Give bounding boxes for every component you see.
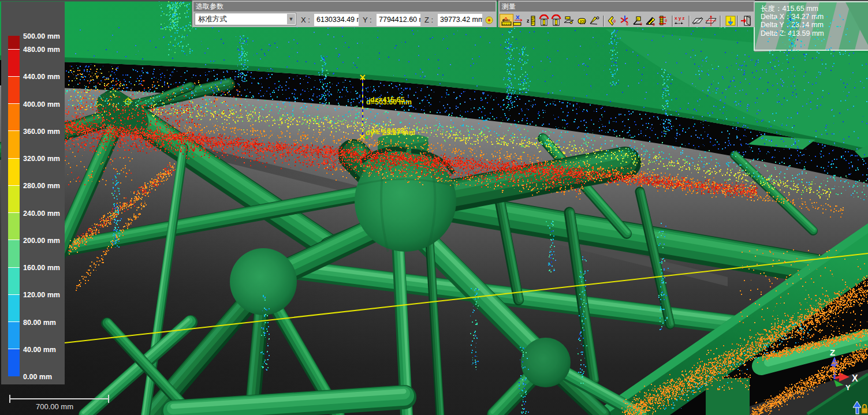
- svg-text:Y: Y: [845, 383, 851, 392]
- svg-text:z: z: [637, 17, 639, 21]
- svg-text:dx = 34.24: dx = 34.24: [370, 127, 405, 135]
- svg-text:Z: Z: [830, 347, 835, 357]
- svg-text:z: z: [527, 18, 530, 24]
- svg-text:θ: θ: [665, 18, 667, 23]
- svg-text:+··+: +··+: [675, 21, 683, 26]
- svg-text:dz=415.65: dz=415.65: [370, 96, 404, 104]
- svg-text:θ: θ: [626, 22, 628, 26]
- svg-text:θ: θ: [613, 19, 616, 23]
- svg-text:700.00 mm: 700.00 mm: [36, 402, 73, 411]
- svg-text:{0}: {0}: [580, 19, 586, 24]
- svg-text:x y z: x y z: [675, 16, 684, 21]
- svg-text:θ: θ: [653, 23, 655, 27]
- svg-text:X: X: [852, 373, 858, 383]
- svg-text:θ: θ: [640, 22, 642, 26]
